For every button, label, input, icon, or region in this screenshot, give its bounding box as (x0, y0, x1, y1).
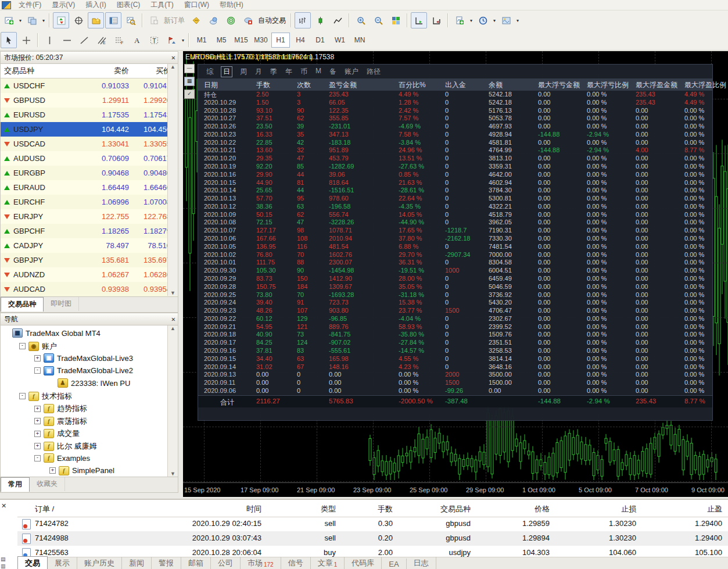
menu-insert[interactable]: 插入(I) (80, 0, 111, 10)
order-row-71424782[interactable]: 714247822020.10.29 02:40:15sell0.30gbpus… (17, 517, 728, 531)
col-ask[interactable]: 买价 (129, 66, 173, 76)
tree-item-9[interactable]: +f比尔 威廉姆 (34, 441, 97, 452)
new-order-button[interactable] (146, 12, 162, 28)
timeframe-m15[interactable]: M15 (232, 33, 250, 48)
tree-item-0[interactable]: ▦TradeMax Global MT4 (4, 328, 101, 338)
periods-button-dropdown-icon[interactable]: ▾ (492, 13, 497, 28)
channel-button[interactable]: E (94, 32, 110, 48)
data-window-button[interactable] (70, 12, 87, 28)
market-watch-row-eurusd[interactable]: EURUSD1.175351.17543 (1, 108, 178, 122)
experts-button[interactable] (205, 12, 221, 28)
scroll-down-icon[interactable]: ▼ (170, 290, 175, 296)
terminal-tab-文章[interactable]: 文章1 (311, 557, 345, 569)
market-watch-tab-1[interactable]: 即时图 (44, 297, 79, 311)
menu-file[interactable]: 文件(F) (13, 0, 46, 10)
orders-col-6[interactable]: 止损 (566, 504, 636, 514)
panel-check-button[interactable]: ✓ (184, 90, 195, 99)
open-chart-button[interactable] (451, 12, 468, 28)
profiles-button[interactable] (24, 12, 40, 28)
orders-col-0[interactable]: 订单 / (35, 504, 54, 514)
text-label-button[interactable]: T (146, 32, 162, 48)
stats-tab-4[interactable]: 季 (270, 67, 277, 77)
fibonacci-button[interactable]: F (111, 32, 127, 48)
col-bid[interactable]: 卖价 (85, 66, 129, 76)
templates-button[interactable] (498, 12, 514, 28)
strategy-tester-button[interactable] (123, 12, 139, 28)
expand-icon[interactable]: + (34, 406, 41, 412)
market-watch-row-audusd[interactable]: AUDUSD0.706090.70617 (1, 151, 178, 166)
auto-trading-button[interactable] (240, 12, 256, 28)
trendline-button[interactable] (76, 32, 92, 48)
market-watch-row-usdchf[interactable]: USDCHF0.910330.91041 (1, 78, 178, 93)
terminal-tab-交易[interactable]: 交易 (17, 556, 48, 569)
collapse-icon[interactable]: - (34, 367, 41, 374)
scroll-down-icon[interactable]: ▼ (170, 471, 175, 477)
vertical-line-button[interactable] (41, 32, 58, 48)
expand-icon[interactable]: + (34, 443, 41, 449)
market-watch-row-gbpusd[interactable]: GBPUSD1.299111.29920 (1, 93, 178, 108)
terminal-close-icon[interactable]: ✕ (1, 502, 9, 510)
signals-button[interactable] (223, 12, 239, 28)
navigator-tab-1[interactable]: 收藏夹 (30, 477, 65, 491)
scroll-up-icon[interactable]: ▲ (170, 325, 175, 331)
panel-minimize-button[interactable]: — (184, 64, 195, 73)
market-watch-row-usdcad[interactable]: USDCAD1.330411.33055 (1, 137, 178, 151)
tree-item-5[interactable]: -f技术指标 (19, 391, 72, 402)
market-watch-row-eurjpy[interactable]: EURJPY122.755122.768 (1, 209, 178, 224)
terminal-tab-新闻[interactable]: 新闻 (122, 557, 152, 569)
market-watch-row-euraud[interactable]: EURAUD1.664491.66466 (1, 180, 178, 195)
stats-tab-8[interactable]: 备 (329, 67, 336, 77)
terminal-tab-邮箱[interactable]: 邮箱 (181, 557, 211, 569)
tile-windows-button[interactable] (388, 12, 404, 28)
scroll-up-icon[interactable]: ▲ (170, 64, 175, 70)
tree-item-10[interactable]: -fExamples (34, 453, 90, 463)
text-button[interactable]: A (128, 32, 145, 48)
panel-image-button[interactable]: ▦ (184, 77, 195, 86)
profiles-button-dropdown-icon[interactable]: ▾ (41, 13, 46, 28)
metaeditor-button[interactable] (188, 12, 204, 28)
terminal-tab-账户历史[interactable]: 账户历史 (77, 557, 122, 569)
terminal-tab-公司[interactable]: 公司 (211, 557, 241, 569)
menu-charts[interactable]: 图表(C) (112, 0, 146, 10)
order-row-71424988[interactable]: 714249882020.10.29 03:07:43sell0.20gbpus… (17, 531, 728, 546)
stats-tab-0[interactable]: 综 (206, 67, 213, 77)
tree-item-8[interactable]: +f成交量 (34, 428, 80, 439)
market-watch-row-eurgbp[interactable]: EURGBP0.904680.90480 (1, 166, 178, 180)
navigator-close-icon[interactable]: ✕ (171, 315, 175, 323)
expand-icon[interactable]: + (34, 431, 41, 437)
menu-tools[interactable]: 工具(T) (145, 0, 178, 10)
stats-tab-2[interactable]: 周 (240, 67, 247, 77)
timeframe-m1[interactable]: M1 (192, 33, 211, 48)
stats-tab-7[interactable]: M (315, 67, 321, 77)
terminal-tab-日志[interactable]: 日志 (407, 557, 436, 569)
market-watch-row-gbpchf[interactable]: GBPCHF1.182651.18279 (1, 224, 178, 238)
periods-button[interactable] (475, 12, 491, 28)
cursor-button[interactable] (1, 32, 17, 48)
orders-col-3[interactable]: 手数 (323, 504, 393, 514)
collapse-icon[interactable]: - (19, 393, 26, 399)
terminal-tab-警报[interactable]: 警报 (152, 557, 181, 569)
line-chart-button[interactable] (329, 12, 346, 28)
market-watch-toggle-button[interactable] (53, 12, 69, 28)
timeframe-h4[interactable]: H4 (291, 33, 310, 48)
orders-col-7[interactable]: 止盈 (652, 504, 722, 514)
tree-item-7[interactable]: +f震荡指标 (34, 416, 87, 427)
zoom-in-button[interactable] (353, 12, 369, 28)
stats-tab-5[interactable]: 年 (285, 67, 292, 77)
market-watch-row-audnzd[interactable]: AUDNZD1.062671.06286 (1, 267, 178, 282)
chart-shift-button[interactable] (428, 12, 444, 28)
timeframe-h1[interactable]: H1 (271, 33, 290, 48)
terminal-tab-市场[interactable]: 市场172 (241, 557, 281, 569)
tree-item-3[interactable]: -▣TradeMaxGlobal-Live2 (34, 366, 133, 375)
market-watch-row-usdjpy[interactable]: USDJPY104.442104.450 (1, 122, 178, 137)
market-watch-row-cadjpy[interactable]: CADJPY78.49778.510 (1, 238, 178, 253)
market-watch-scrollbar[interactable]: ▲ ▼ (167, 64, 178, 296)
timeframe-w1[interactable]: W1 (331, 33, 349, 48)
templates-button-dropdown-icon[interactable]: ▾ (515, 13, 521, 28)
menu-window[interactable]: 窗口(W) (179, 0, 214, 10)
navigator-tab-0[interactable]: 常用 (1, 477, 30, 492)
bar-chart-button[interactable] (295, 12, 311, 28)
horizontal-line-button[interactable] (59, 32, 75, 48)
market-watch-close-icon[interactable]: ✕ (171, 53, 175, 62)
tree-item-1[interactable]: -◉账户 (19, 341, 57, 352)
